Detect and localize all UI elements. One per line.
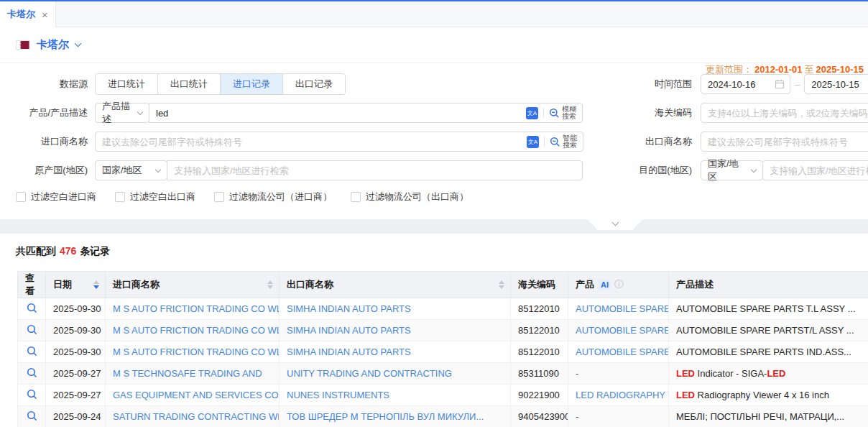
importer-link[interactable]: SATURN TRADING CONTRACTING WLL BUI... [113,411,280,422]
smart-search-button[interactable]: 智能搜索 [550,134,577,149]
view-magnifier-icon [27,324,37,335]
chevron-down-icon[interactable] [75,40,82,47]
data-source-option-0[interactable]: 进口统计 [96,74,157,94]
importer-link[interactable]: M S AUTO FRICTION TRADING CO WLL [113,303,280,314]
view-record-button[interactable] [18,385,46,406]
sort-asc-icon[interactable] [267,280,273,284]
data-source-option-3[interactable]: 出口记录 [282,74,345,94]
column-header-3[interactable]: 出口商名称 [280,272,511,298]
exporter-link[interactable]: NUNES INSTRUMENTS [287,390,389,400]
product-link[interactable]: AUTOMOBILE SPARE P... [576,346,669,357]
view-record-button[interactable] [18,406,46,427]
qatar-flag-icon [16,40,30,50]
importer-input-box[interactable]: 文A 智能搜索 [95,132,583,152]
search-icon [550,137,560,147]
date-start-input[interactable] [701,75,775,93]
column-header-4: 海关编码 [511,272,568,298]
date-range-separator: – [795,79,800,90]
view-record-button[interactable] [18,320,46,341]
product-description-cell: LED Indicator - SIGA-LED [669,363,868,385]
view-record-button[interactable] [18,341,46,363]
country-name[interactable]: 卡塔尔 [37,38,69,52]
divider [544,137,545,147]
description-text: AUTOMOBILE SPARE PARTST/L ASSY ... [676,325,854,336]
product-link[interactable]: AUTOMOBILE SPARE P... [576,325,669,336]
data-source-option-1[interactable]: 出口统计 [157,74,220,94]
product-search-input[interactable] [149,104,526,122]
importer-link[interactable]: M S TECHNOSAFE TRADING AND [113,368,262,379]
exporter-link[interactable]: SIMHA INDIAN AUTO PARTS [287,346,411,357]
sort-control[interactable] [267,280,273,289]
importer-link[interactable]: M S AUTO FRICTION TRADING CO WLL [113,325,280,336]
origin-type-select[interactable]: 国家/地区 [95,160,167,180]
info-icon[interactable]: ⓘ [614,278,624,291]
table-row: 2025-09-30M S AUTO FRICTION TRADING CO W… [18,298,868,320]
destination-type-select[interactable]: 国家/地区 [701,160,763,180]
sort-control[interactable] [93,280,99,289]
product-link[interactable]: AUTOMOBILE SPARE P... [576,303,669,314]
fuzzy-search-button[interactable]: 模糊搜索 [549,106,576,120]
filter-checkbox-2[interactable]: 过滤物流公司（进口商） [214,190,332,203]
product-cell: - [568,363,669,385]
exporter-link[interactable]: ТОВ ШРЕДЕР М ТЕРНОПІЛЬ ВУЛ МИКУЛИ... [287,411,484,422]
hs-code-input-box[interactable] [701,103,868,123]
chevron-down-icon [155,166,161,172]
sort-desc-icon[interactable] [93,285,99,289]
exporter-link[interactable]: SIMHA INDIAN AUTO PARTS [287,325,411,336]
date-end-input[interactable] [805,75,868,93]
collapse-panel-button[interactable] [588,219,642,230]
product-input-box[interactable]: 文A 模糊搜索 [149,103,583,123]
hs-code-input[interactable] [701,104,868,122]
hs-code-cell: 85122010 [511,298,568,320]
importer-link[interactable]: GAS EQUIPMENT AND SERVICES CO LTD [113,390,280,400]
checkbox-icon[interactable] [214,192,224,202]
view-magnifier-icon [27,389,37,400]
tab-label: 卡塔尔 [7,8,35,21]
checkbox-icon[interactable] [16,192,26,202]
filter-checkbox-3[interactable]: 过滤物流公司（出口商） [351,190,468,203]
importer-input[interactable] [96,132,527,151]
origin-input[interactable] [167,161,573,180]
collapse-strip [0,219,868,234]
origin-select-value: 国家/地区 [102,164,142,177]
sort-desc-icon[interactable] [267,285,273,289]
origin-input-box[interactable] [167,160,583,180]
translate-icon[interactable]: 文A [527,136,539,148]
records-table: 查看日期进口商名称出口商名称海关编码产品AIⓘ产品描述 2025-09-30M … [17,271,868,427]
exporter-input[interactable] [701,132,868,151]
tab-qatar[interactable]: 卡塔尔 × [0,1,56,27]
column-header-2[interactable]: 进口商名称 [106,272,280,298]
column-label: 进口商名称 [113,278,160,291]
view-magnifier-icon [27,410,37,421]
view-record-button[interactable] [18,298,46,320]
column-header-5: 产品AIⓘ [568,272,669,298]
exporter-link[interactable]: UNITY TRADING AND CONTRACTING [287,368,452,379]
data-source-option-2[interactable]: 进口记录 [220,74,282,94]
date-end-input-box[interactable] [804,74,868,94]
column-header-1[interactable]: 日期 [46,272,106,298]
table-row: 2025-09-27M S TECHNOSAFE TRADING ANDUNIT… [18,363,868,385]
exporter-link[interactable]: SIMHA INDIAN AUTO PARTS [287,303,411,314]
sort-asc-icon[interactable] [499,280,504,284]
filter-checkbox-1[interactable]: 过滤空白出口商 [115,190,195,203]
chevron-down-icon [751,166,757,172]
exporter-cell: NUNES INSTRUMENTS [280,385,511,406]
product-type-select[interactable]: 产品描述 [95,103,149,123]
importer-link[interactable]: M S AUTO FRICTION TRADING CO WLL [113,346,280,357]
destination-input-box[interactable] [762,160,868,180]
sort-control[interactable] [499,280,504,289]
view-record-button[interactable] [18,363,46,385]
sort-desc-icon[interactable] [499,285,504,289]
exporter-input-box[interactable] [701,132,868,152]
tab-close-icon[interactable]: × [42,9,48,20]
product-link[interactable]: LED RADIOGRAPHY VI... [576,390,669,400]
checkbox-icon[interactable] [115,192,125,202]
date-start-input-box[interactable] [701,74,790,94]
filter-checkbox-0[interactable]: 过滤空白进口商 [16,190,96,203]
destination-input[interactable] [763,161,868,180]
exporter-cell: ТОВ ШРЕДЕР М ТЕРНОПІЛЬ ВУЛ МИКУЛИ... [280,406,511,427]
sort-asc-icon[interactable] [93,280,99,284]
translate-icon[interactable]: 文A [526,107,538,119]
checkbox-icon[interactable] [351,192,361,202]
smart-label-2: 搜索 [563,141,577,149]
